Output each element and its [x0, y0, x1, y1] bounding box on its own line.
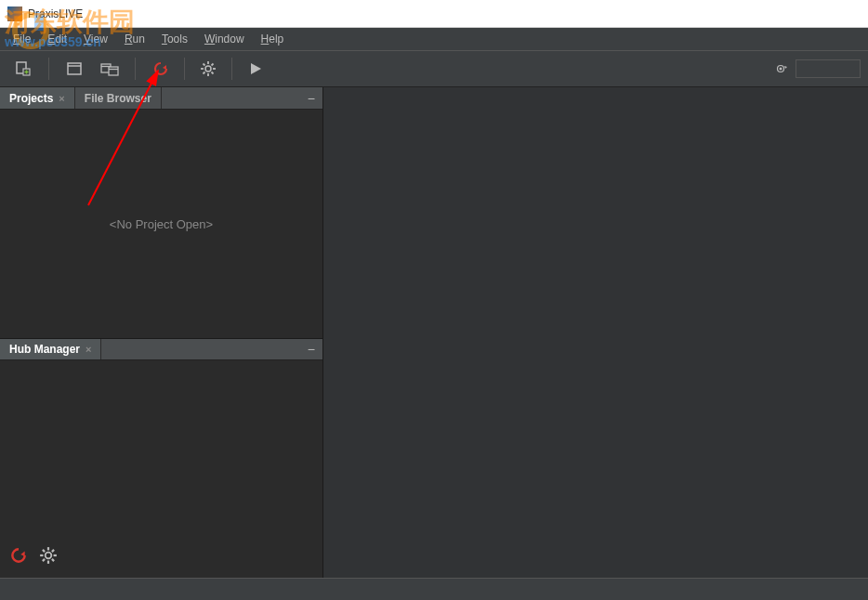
gear-icon	[39, 546, 58, 565]
menu-window[interactable]: Window	[197, 31, 252, 47]
minimize-panel-button[interactable]: −	[308, 91, 315, 106]
svg-point-11	[205, 66, 211, 72]
tab-spacer: −	[162, 87, 322, 109]
play-icon	[248, 61, 263, 76]
menubar: File Edit View Run Tools Window Help	[0, 28, 868, 50]
statusbar	[0, 578, 868, 600]
tab-spacer: −	[101, 339, 322, 359]
toolbar-separator	[184, 58, 185, 80]
play-button[interactable]	[240, 55, 271, 83]
svg-line-16	[204, 64, 205, 66]
projects-panel-tabs: Projects × File Browser −	[0, 87, 322, 110]
editor-area	[323, 87, 868, 578]
svg-marker-20	[251, 63, 261, 74]
menu-edit[interactable]: Edit	[40, 31, 74, 47]
main-area: Projects × File Browser − <No Project Op…	[0, 87, 868, 578]
tab-hub-manager[interactable]: Hub Manager ×	[0, 339, 101, 359]
new-file-icon	[15, 60, 32, 77]
svg-marker-24	[20, 552, 24, 557]
gear-icon	[200, 60, 217, 77]
restart-icon	[9, 546, 28, 565]
toolbar-separator	[231, 58, 232, 80]
svg-point-22	[780, 68, 783, 71]
search-target-button[interactable]	[769, 55, 792, 83]
windows-icon	[100, 60, 119, 77]
svg-line-31	[52, 559, 54, 561]
menu-view[interactable]: View	[76, 31, 115, 47]
app-icon	[7, 7, 22, 21]
svg-marker-10	[163, 65, 166, 70]
close-icon[interactable]: ×	[85, 344, 91, 355]
restart-button[interactable]	[145, 55, 177, 83]
new-project-button[interactable]	[59, 55, 90, 83]
projects-panel-body: <No Project Open>	[0, 110, 322, 338]
no-project-text: <No Project Open>	[110, 217, 213, 231]
tab-projects[interactable]: Projects ×	[0, 87, 75, 109]
svg-line-30	[43, 550, 45, 552]
hub-toolbar	[9, 546, 58, 568]
toolbar	[0, 50, 868, 87]
tab-label: File Browser	[85, 92, 151, 105]
tab-label: Hub Manager	[9, 343, 80, 356]
svg-rect-4	[68, 63, 81, 74]
toolbar-separator	[135, 58, 136, 80]
svg-line-19	[212, 64, 214, 66]
svg-line-18	[204, 72, 205, 74]
hub-restart-button[interactable]	[9, 546, 28, 568]
minimize-panel-button[interactable]: −	[308, 342, 315, 357]
hub-settings-button[interactable]	[39, 546, 58, 568]
svg-line-32	[43, 559, 45, 561]
menu-tools[interactable]: Tools	[154, 31, 195, 47]
menu-run[interactable]: Run	[117, 31, 152, 47]
new-file-button[interactable]	[7, 55, 39, 83]
target-icon	[774, 62, 787, 75]
menu-file[interactable]: File	[6, 31, 38, 47]
settings-button[interactable]	[192, 55, 224, 83]
svg-line-33	[52, 550, 54, 552]
search-input[interactable]	[796, 59, 861, 78]
window-titlebar: PraxisLIVE	[0, 0, 868, 28]
hub-panel-body	[0, 360, 322, 578]
close-icon[interactable]: ×	[59, 93, 64, 104]
left-panel: Projects × File Browser − <No Project Op…	[0, 87, 323, 578]
window-icon	[66, 60, 83, 77]
window-title: PraxisLIVE	[28, 7, 83, 20]
menu-help[interactable]: Help	[254, 31, 292, 47]
svg-marker-23	[784, 66, 787, 69]
tab-file-browser[interactable]: File Browser	[75, 87, 162, 109]
toolbar-separator	[48, 58, 49, 80]
svg-line-17	[212, 72, 214, 74]
hub-panel-tabs: Hub Manager × −	[0, 338, 322, 360]
tab-label: Projects	[9, 92, 53, 105]
open-project-button[interactable]	[94, 55, 125, 83]
restart-icon	[152, 60, 169, 77]
svg-rect-8	[109, 67, 118, 75]
svg-point-25	[46, 553, 52, 559]
